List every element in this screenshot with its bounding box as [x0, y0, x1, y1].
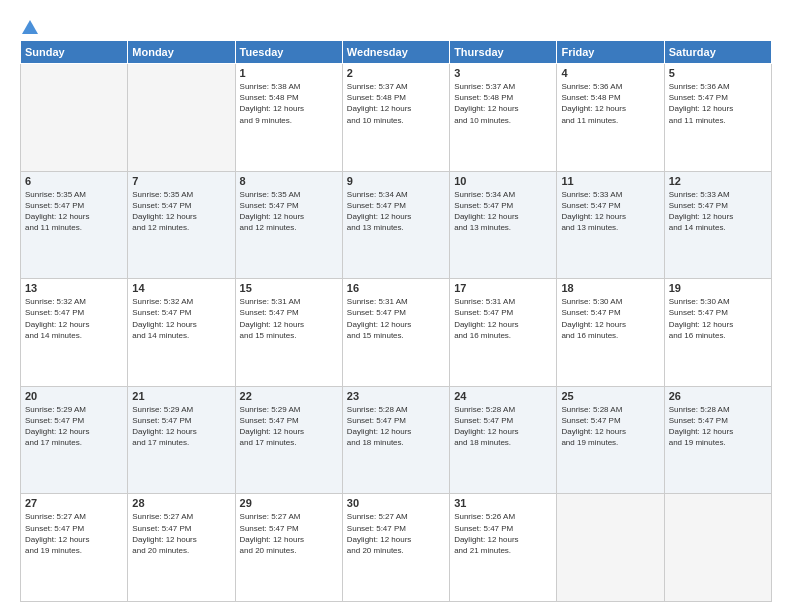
- day-number: 15: [240, 282, 338, 294]
- calendar-cell: [128, 64, 235, 172]
- day-number: 10: [454, 175, 552, 187]
- cell-info: Sunrise: 5:35 AM Sunset: 5:47 PM Dayligh…: [25, 189, 123, 234]
- day-number: 28: [132, 497, 230, 509]
- day-number: 5: [669, 67, 767, 79]
- day-number: 13: [25, 282, 123, 294]
- calendar-cell: 13 Sunrise: 5:32 AM Sunset: 5:47 PM Dayl…: [21, 279, 128, 387]
- calendar-week-row: 13 Sunrise: 5:32 AM Sunset: 5:47 PM Dayl…: [21, 279, 772, 387]
- cell-info: Sunrise: 5:28 AM Sunset: 5:47 PM Dayligh…: [347, 404, 445, 449]
- cell-info: Sunrise: 5:30 AM Sunset: 5:47 PM Dayligh…: [561, 296, 659, 341]
- logo-icon: [21, 18, 39, 36]
- cell-info: Sunrise: 5:31 AM Sunset: 5:47 PM Dayligh…: [347, 296, 445, 341]
- calendar-cell: 31 Sunrise: 5:26 AM Sunset: 5:47 PM Dayl…: [450, 494, 557, 602]
- calendar-cell: 19 Sunrise: 5:30 AM Sunset: 5:47 PM Dayl…: [664, 279, 771, 387]
- calendar-cell: 7 Sunrise: 5:35 AM Sunset: 5:47 PM Dayli…: [128, 171, 235, 279]
- calendar-cell: 26 Sunrise: 5:28 AM Sunset: 5:47 PM Dayl…: [664, 386, 771, 494]
- cell-info: Sunrise: 5:34 AM Sunset: 5:47 PM Dayligh…: [347, 189, 445, 234]
- cell-info: Sunrise: 5:31 AM Sunset: 5:47 PM Dayligh…: [454, 296, 552, 341]
- calendar-cell: 28 Sunrise: 5:27 AM Sunset: 5:47 PM Dayl…: [128, 494, 235, 602]
- day-number: 14: [132, 282, 230, 294]
- cell-info: Sunrise: 5:27 AM Sunset: 5:47 PM Dayligh…: [25, 511, 123, 556]
- cell-info: Sunrise: 5:28 AM Sunset: 5:47 PM Dayligh…: [669, 404, 767, 449]
- day-number: 11: [561, 175, 659, 187]
- cell-info: Sunrise: 5:34 AM Sunset: 5:47 PM Dayligh…: [454, 189, 552, 234]
- col-tuesday: Tuesday: [235, 41, 342, 64]
- day-number: 23: [347, 390, 445, 402]
- calendar-cell: 5 Sunrise: 5:36 AM Sunset: 5:47 PM Dayli…: [664, 64, 771, 172]
- calendar-cell: 12 Sunrise: 5:33 AM Sunset: 5:47 PM Dayl…: [664, 171, 771, 279]
- calendar-cell: 4 Sunrise: 5:36 AM Sunset: 5:48 PM Dayli…: [557, 64, 664, 172]
- cell-info: Sunrise: 5:30 AM Sunset: 5:47 PM Dayligh…: [669, 296, 767, 341]
- calendar-cell: 25 Sunrise: 5:28 AM Sunset: 5:47 PM Dayl…: [557, 386, 664, 494]
- cell-info: Sunrise: 5:38 AM Sunset: 5:48 PM Dayligh…: [240, 81, 338, 126]
- day-number: 7: [132, 175, 230, 187]
- calendar-cell: 22 Sunrise: 5:29 AM Sunset: 5:47 PM Dayl…: [235, 386, 342, 494]
- cell-info: Sunrise: 5:27 AM Sunset: 5:47 PM Dayligh…: [347, 511, 445, 556]
- calendar-cell: 20 Sunrise: 5:29 AM Sunset: 5:47 PM Dayl…: [21, 386, 128, 494]
- calendar-table: Sunday Monday Tuesday Wednesday Thursday…: [20, 40, 772, 602]
- day-number: 17: [454, 282, 552, 294]
- day-number: 1: [240, 67, 338, 79]
- calendar-cell: 8 Sunrise: 5:35 AM Sunset: 5:47 PM Dayli…: [235, 171, 342, 279]
- calendar-cell: [557, 494, 664, 602]
- calendar-cell: [21, 64, 128, 172]
- cell-info: Sunrise: 5:37 AM Sunset: 5:48 PM Dayligh…: [454, 81, 552, 126]
- day-number: 21: [132, 390, 230, 402]
- cell-info: Sunrise: 5:33 AM Sunset: 5:47 PM Dayligh…: [561, 189, 659, 234]
- cell-info: Sunrise: 5:27 AM Sunset: 5:47 PM Dayligh…: [132, 511, 230, 556]
- cell-info: Sunrise: 5:27 AM Sunset: 5:47 PM Dayligh…: [240, 511, 338, 556]
- day-number: 24: [454, 390, 552, 402]
- cell-info: Sunrise: 5:32 AM Sunset: 5:47 PM Dayligh…: [132, 296, 230, 341]
- day-number: 22: [240, 390, 338, 402]
- cell-info: Sunrise: 5:35 AM Sunset: 5:47 PM Dayligh…: [240, 189, 338, 234]
- cell-info: Sunrise: 5:26 AM Sunset: 5:47 PM Dayligh…: [454, 511, 552, 556]
- header: [20, 18, 772, 32]
- day-number: 18: [561, 282, 659, 294]
- day-number: 8: [240, 175, 338, 187]
- logo: [20, 18, 39, 32]
- cell-info: Sunrise: 5:37 AM Sunset: 5:48 PM Dayligh…: [347, 81, 445, 126]
- col-monday: Monday: [128, 41, 235, 64]
- calendar-week-row: 27 Sunrise: 5:27 AM Sunset: 5:47 PM Dayl…: [21, 494, 772, 602]
- day-number: 27: [25, 497, 123, 509]
- day-number: 9: [347, 175, 445, 187]
- day-number: 4: [561, 67, 659, 79]
- calendar-cell: 29 Sunrise: 5:27 AM Sunset: 5:47 PM Dayl…: [235, 494, 342, 602]
- calendar-week-row: 1 Sunrise: 5:38 AM Sunset: 5:48 PM Dayli…: [21, 64, 772, 172]
- calendar-cell: 3 Sunrise: 5:37 AM Sunset: 5:48 PM Dayli…: [450, 64, 557, 172]
- day-number: 16: [347, 282, 445, 294]
- col-sunday: Sunday: [21, 41, 128, 64]
- calendar-cell: 2 Sunrise: 5:37 AM Sunset: 5:48 PM Dayli…: [342, 64, 449, 172]
- col-friday: Friday: [557, 41, 664, 64]
- page: Sunday Monday Tuesday Wednesday Thursday…: [0, 0, 792, 612]
- calendar-cell: 9 Sunrise: 5:34 AM Sunset: 5:47 PM Dayli…: [342, 171, 449, 279]
- calendar-cell: 11 Sunrise: 5:33 AM Sunset: 5:47 PM Dayl…: [557, 171, 664, 279]
- cell-info: Sunrise: 5:35 AM Sunset: 5:47 PM Dayligh…: [132, 189, 230, 234]
- day-number: 6: [25, 175, 123, 187]
- cell-info: Sunrise: 5:33 AM Sunset: 5:47 PM Dayligh…: [669, 189, 767, 234]
- day-number: 31: [454, 497, 552, 509]
- calendar-cell: 16 Sunrise: 5:31 AM Sunset: 5:47 PM Dayl…: [342, 279, 449, 387]
- cell-info: Sunrise: 5:28 AM Sunset: 5:47 PM Dayligh…: [454, 404, 552, 449]
- calendar-cell: 24 Sunrise: 5:28 AM Sunset: 5:47 PM Dayl…: [450, 386, 557, 494]
- cell-info: Sunrise: 5:28 AM Sunset: 5:47 PM Dayligh…: [561, 404, 659, 449]
- cell-info: Sunrise: 5:32 AM Sunset: 5:47 PM Dayligh…: [25, 296, 123, 341]
- calendar-cell: 17 Sunrise: 5:31 AM Sunset: 5:47 PM Dayl…: [450, 279, 557, 387]
- calendar-cell: 30 Sunrise: 5:27 AM Sunset: 5:47 PM Dayl…: [342, 494, 449, 602]
- calendar-week-row: 20 Sunrise: 5:29 AM Sunset: 5:47 PM Dayl…: [21, 386, 772, 494]
- calendar-header-row: Sunday Monday Tuesday Wednesday Thursday…: [21, 41, 772, 64]
- cell-info: Sunrise: 5:36 AM Sunset: 5:47 PM Dayligh…: [669, 81, 767, 126]
- day-number: 19: [669, 282, 767, 294]
- cell-info: Sunrise: 5:29 AM Sunset: 5:47 PM Dayligh…: [25, 404, 123, 449]
- cell-info: Sunrise: 5:29 AM Sunset: 5:47 PM Dayligh…: [240, 404, 338, 449]
- calendar-cell: 23 Sunrise: 5:28 AM Sunset: 5:47 PM Dayl…: [342, 386, 449, 494]
- col-thursday: Thursday: [450, 41, 557, 64]
- calendar-cell: 10 Sunrise: 5:34 AM Sunset: 5:47 PM Dayl…: [450, 171, 557, 279]
- calendar-cell: 6 Sunrise: 5:35 AM Sunset: 5:47 PM Dayli…: [21, 171, 128, 279]
- col-wednesday: Wednesday: [342, 41, 449, 64]
- calendar-cell: 21 Sunrise: 5:29 AM Sunset: 5:47 PM Dayl…: [128, 386, 235, 494]
- cell-info: Sunrise: 5:36 AM Sunset: 5:48 PM Dayligh…: [561, 81, 659, 126]
- day-number: 30: [347, 497, 445, 509]
- day-number: 25: [561, 390, 659, 402]
- cell-info: Sunrise: 5:29 AM Sunset: 5:47 PM Dayligh…: [132, 404, 230, 449]
